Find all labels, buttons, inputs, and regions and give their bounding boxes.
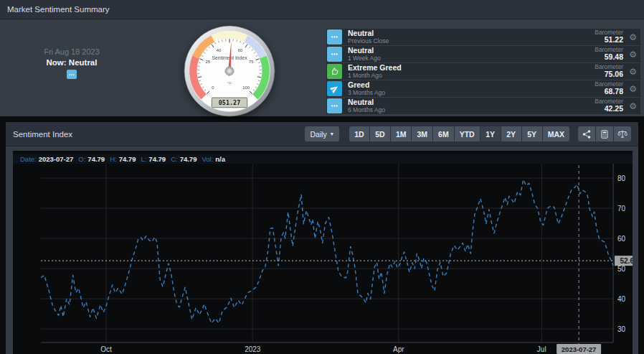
gauge-tick-label: 100 bbox=[242, 85, 250, 90]
chart-canvas[interactable]: 52.612023-07-27304050607080Oct2023AprJul… bbox=[13, 151, 633, 354]
range-button-6m[interactable]: 6M bbox=[433, 126, 454, 141]
balance-scale-icon bbox=[617, 129, 628, 139]
range-button-1y[interactable]: 1Y bbox=[480, 126, 501, 141]
barometer-value: 42.25 bbox=[595, 105, 623, 113]
chart-toolbar: Daily ▾ 1D5D1M3M6MYTD1Y2Y5YMAX bbox=[305, 126, 631, 141]
crosshair-date-label: 2023-07-27 bbox=[562, 345, 597, 353]
ellipsis-icon bbox=[68, 71, 75, 78]
current-sentiment-label: Now: Neutral bbox=[20, 58, 123, 67]
legend-value: 74.79 bbox=[148, 155, 166, 163]
tool-button-group bbox=[578, 126, 631, 141]
interval-label: Daily bbox=[311, 130, 327, 139]
market-sentiment-summary-panel: Market Sentiment Summary Fri Aug 18 2023… bbox=[0, 0, 644, 116]
current-date: Fri Aug 18 2023 bbox=[20, 47, 123, 56]
legend-value: n/a bbox=[215, 155, 225, 163]
gear-icon[interactable]: ⚙ bbox=[629, 50, 637, 59]
ellipsis-icon bbox=[327, 98, 342, 113]
summary-panel-title: Market Sentiment Summary bbox=[7, 5, 110, 14]
x-axis-label: 2023 bbox=[245, 345, 261, 353]
sentiment-period: Previous Close bbox=[348, 38, 389, 45]
calculator-icon bbox=[600, 129, 610, 139]
chart-panel-title: Sentiment Index bbox=[13, 130, 72, 139]
barometer-value: 68.78 bbox=[595, 88, 623, 96]
gear-icon[interactable]: ⚙ bbox=[629, 102, 637, 111]
barometer-value: 75.06 bbox=[595, 70, 623, 79]
sentiment-label: Neutral bbox=[348, 47, 381, 55]
range-button-2y[interactable]: 2Y bbox=[501, 126, 521, 141]
legend-value: 74.79 bbox=[87, 155, 105, 163]
gauge-tick-label: 40 bbox=[217, 48, 222, 52]
legend-label: Date: bbox=[20, 155, 37, 163]
sentiment-label: Greed bbox=[348, 81, 385, 90]
rocket-icon bbox=[327, 81, 342, 96]
y-axis-label: 40 bbox=[617, 295, 626, 303]
sentiment-period: 1 Month Ago bbox=[348, 73, 402, 79]
chart-panel-header: Sentiment Index Daily ▾ 1D5D1M3M6MYTD1Y2… bbox=[6, 122, 638, 146]
y-axis-label: 50 bbox=[617, 265, 626, 273]
interval-dropdown[interactable]: Daily ▾ bbox=[305, 126, 339, 141]
legend-label: Vol: bbox=[202, 155, 213, 163]
ellipsis-icon bbox=[327, 47, 342, 62]
share-icon bbox=[582, 129, 592, 139]
gauge-tick-label: 60 bbox=[238, 48, 243, 52]
x-axis-label: Jul bbox=[537, 345, 546, 353]
y-axis-label: 30 bbox=[617, 325, 626, 333]
range-button-1m[interactable]: 1M bbox=[391, 126, 412, 141]
summary-panel-header: Market Sentiment Summary bbox=[0, 0, 644, 19]
ohlc-legend: Date:2023-07-27O:74.79H:74.79L:74.79C:74… bbox=[13, 154, 633, 164]
legend-value: 74.79 bbox=[119, 155, 136, 163]
range-button-3m[interactable]: 3M bbox=[412, 126, 432, 141]
gauge-unit: °F bbox=[227, 81, 232, 85]
gauge-hub-center bbox=[228, 70, 231, 73]
calculator-button[interactable] bbox=[596, 126, 613, 141]
legend-value: 74.79 bbox=[180, 155, 197, 163]
gear-icon[interactable]: ⚙ bbox=[629, 85, 637, 93]
sentiment-label: Neutral bbox=[348, 98, 385, 107]
legend-label: L: bbox=[141, 155, 146, 163]
sentiment-label: Extreme Greed bbox=[348, 64, 402, 73]
ellipsis-icon bbox=[330, 101, 339, 111]
sentiment-period: 3 Months Ago bbox=[348, 90, 385, 96]
range-button-ytd[interactable]: YTD bbox=[455, 126, 480, 141]
sentiment-gauge: Sentiment Index °F 025406075100 051.27 bbox=[183, 24, 276, 118]
barometer-value: 51.22 bbox=[595, 36, 623, 45]
sentiment-line-chart[interactable]: 52.612023-07-27304050607080Oct2023AprJul bbox=[13, 151, 633, 354]
balance-scale-button[interactable] bbox=[614, 126, 631, 141]
thumbs-up-icon bbox=[327, 64, 342, 79]
sentiment-period: 1 Week Ago bbox=[348, 55, 381, 62]
sentiment-row: Greed3 Months AgoBarometer68.78⚙ bbox=[326, 80, 640, 97]
y-axis-label: 60 bbox=[617, 235, 626, 243]
sentiment-history-list: NeutralPrevious CloseBarometer51.22⚙Neut… bbox=[326, 29, 640, 115]
legend-label: O: bbox=[78, 155, 85, 163]
legend-value: 2023-07-27 bbox=[39, 155, 74, 163]
range-button-group: 1D5D1M3M6MYTD1Y2Y5YMAX bbox=[349, 126, 569, 141]
sentiment-index-panel: Sentiment Index Daily ▾ 1D5D1M3M6MYTD1Y2… bbox=[6, 122, 638, 354]
gauge-tick-label: 75 bbox=[249, 60, 254, 64]
last-value-label: 52.61 bbox=[620, 257, 633, 265]
gear-icon[interactable]: ⚙ bbox=[629, 67, 637, 76]
range-button-5y[interactable]: 5Y bbox=[522, 126, 542, 141]
y-axis-label: 80 bbox=[617, 174, 626, 182]
sentiment-row: NeutralPrevious CloseBarometer51.22⚙ bbox=[326, 29, 640, 45]
legend-label: C: bbox=[171, 155, 178, 163]
range-button-max[interactable]: MAX bbox=[543, 126, 569, 141]
gear-icon[interactable]: ⚙ bbox=[629, 33, 637, 42]
sentiment-row: Neutral6 Months AgoBarometer42.25⚙ bbox=[326, 98, 640, 114]
rocket-icon bbox=[330, 84, 339, 93]
gauge-tick-label: 25 bbox=[205, 60, 210, 64]
y-axis-label: 70 bbox=[617, 205, 626, 213]
sentiment-label: Neutral bbox=[348, 29, 389, 38]
market-sentiment-dashboard: Market Sentiment Summary Fri Aug 18 2023… bbox=[0, 0, 644, 354]
sentiment-series-line bbox=[41, 180, 613, 323]
ellipsis-icon bbox=[330, 32, 339, 42]
thumbs-up-icon bbox=[330, 67, 339, 76]
range-button-1d[interactable]: 1D bbox=[349, 126, 369, 141]
sentiment-row: Extreme Greed1 Month AgoBarometer75.06⚙ bbox=[326, 63, 640, 80]
ellipsis-icon bbox=[327, 29, 342, 45]
barometer-value: 59.48 bbox=[595, 53, 623, 62]
ellipsis-icon bbox=[67, 70, 77, 79]
range-button-5d[interactable]: 5D bbox=[370, 126, 390, 141]
share-button[interactable] bbox=[578, 126, 595, 141]
x-axis-label: Oct bbox=[100, 345, 112, 353]
sentiment-period: 6 Months Ago bbox=[348, 107, 385, 113]
